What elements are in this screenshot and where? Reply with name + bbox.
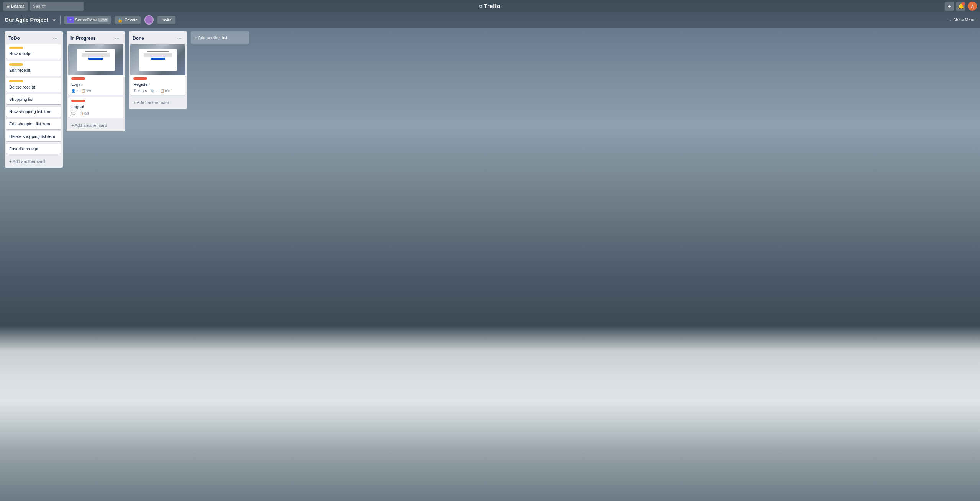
header-divider bbox=[60, 16, 61, 24]
plus-icon: + bbox=[948, 3, 951, 9]
list-inprogress: In Progress ··· Login👤2📋9/9Logout💬📋0/3+ … bbox=[67, 31, 125, 131]
topbar-center: ⧉ Trello bbox=[479, 3, 500, 9]
card-title-c9: Login bbox=[71, 82, 120, 87]
card-meta: 💬 bbox=[71, 112, 76, 115]
grid-icon: ⊞ bbox=[6, 4, 10, 9]
meta-value: 1 bbox=[155, 89, 157, 93]
avatar[interactable]: A bbox=[968, 2, 977, 11]
card-meta: 📎1 bbox=[150, 89, 157, 93]
card-title-c7: Delete shopping list item bbox=[9, 134, 58, 139]
card-c1[interactable]: New receipt bbox=[6, 44, 61, 59]
meta-value: 2 bbox=[76, 89, 78, 93]
card-title-c4: Shopping list bbox=[9, 97, 58, 102]
meta-icon: 💬 bbox=[71, 112, 75, 115]
card-footer-c9: 👤2📋9/9 bbox=[71, 89, 120, 93]
list-cards-done: Register🗓May 5📎1📋0/6 bbox=[129, 44, 187, 97]
card-title-c8: Favorite receipt bbox=[9, 146, 58, 151]
meta-icon: 📋 bbox=[160, 89, 164, 93]
meta-value: 9/9 bbox=[86, 89, 91, 93]
meta-icon: 📋 bbox=[79, 112, 84, 115]
card-label-c3 bbox=[9, 80, 23, 82]
add-button[interactable]: + bbox=[945, 2, 954, 11]
card-title-c5: New shopping list item bbox=[9, 109, 58, 114]
card-image-c11 bbox=[130, 44, 185, 75]
card-footer-c10: 💬📋0/3 bbox=[71, 112, 120, 115]
meta-icon: 👤 bbox=[71, 89, 75, 93]
lock-icon: 🔒 bbox=[118, 18, 123, 23]
invite-button[interactable]: Invite bbox=[157, 16, 175, 24]
card-title-c6: Edit shopping list item bbox=[9, 121, 58, 126]
board-header: Our Agile Project ★ S ScrumDesk Free 🔒 P… bbox=[0, 12, 980, 28]
meta-value: 0/6 bbox=[165, 89, 170, 93]
card-meta: 👤2 bbox=[71, 89, 78, 93]
show-menu-button[interactable]: → Show Menu bbox=[948, 18, 975, 22]
notification-dot bbox=[962, 2, 965, 5]
privacy-label: Private bbox=[125, 18, 138, 22]
add-list-button[interactable]: + Add another list bbox=[191, 31, 249, 44]
list-done: Done ··· Register🗓May 5📎1📋0/6+ Add anoth… bbox=[129, 31, 187, 109]
meta-icon: 📋 bbox=[81, 89, 85, 93]
privacy-badge[interactable]: 🔒 Private bbox=[115, 16, 141, 24]
workspace-badge[interactable]: S ScrumDesk Free bbox=[64, 16, 111, 24]
card-label-c9 bbox=[71, 77, 85, 80]
star-icon[interactable]: ★ bbox=[52, 17, 56, 23]
meta-value: 0/3 bbox=[84, 112, 89, 115]
card-c4[interactable]: Shopping list bbox=[6, 94, 61, 104]
list-header-done: Done ··· bbox=[129, 31, 187, 44]
boards-label: Boards bbox=[11, 4, 25, 8]
workspace-name: ScrumDesk bbox=[75, 18, 97, 22]
add-card-button-done[interactable]: + Add another card bbox=[130, 98, 185, 107]
card-label-c10 bbox=[71, 100, 85, 102]
meta-value: May 5 bbox=[138, 89, 147, 93]
card-label-c1 bbox=[9, 47, 23, 49]
invite-label: Invite bbox=[161, 18, 171, 22]
card-c5[interactable]: New shopping list item bbox=[6, 107, 61, 117]
add-card-button-todo[interactable]: + Add another card bbox=[6, 157, 61, 166]
meta-icon: 📎 bbox=[150, 89, 154, 93]
card-image-c9 bbox=[68, 44, 123, 75]
list-cards-todo: New receiptEdit receiptDelete receiptSho… bbox=[5, 44, 63, 156]
card-meta: 📋9/9 bbox=[81, 89, 91, 93]
card-meta: 📋0/6 bbox=[160, 89, 170, 93]
list-title-inprogress: In Progress bbox=[70, 36, 96, 41]
card-c9[interactable]: Login👤2📋9/9 bbox=[68, 44, 123, 95]
card-label-c11 bbox=[133, 77, 147, 80]
list-title-todo: ToDo bbox=[8, 36, 20, 41]
list-menu-button-done[interactable]: ··· bbox=[175, 34, 183, 42]
card-c6[interactable]: Edit shopping list item bbox=[6, 119, 61, 129]
card-title-c3: Delete receipt bbox=[9, 84, 58, 90]
member-avatar[interactable] bbox=[144, 15, 154, 25]
list-todo: ToDo ··· New receiptEdit receiptDelete r… bbox=[5, 31, 63, 168]
card-c7[interactable]: Delete shopping list item bbox=[6, 131, 61, 141]
list-menu-button-todo[interactable]: ··· bbox=[51, 34, 59, 42]
card-c8[interactable]: Favorite receipt bbox=[6, 144, 61, 154]
card-title-c1: New receipt bbox=[9, 51, 58, 56]
trello-logo-icon: ⧉ bbox=[479, 4, 482, 9]
boards-button[interactable]: ⊞ Boards bbox=[3, 2, 28, 11]
card-c2[interactable]: Edit receipt bbox=[6, 61, 61, 75]
search-input[interactable] bbox=[30, 2, 84, 11]
card-c11[interactable]: Register🗓May 5📎1📋0/6 bbox=[130, 44, 185, 95]
card-title-c10: Logout bbox=[71, 104, 120, 109]
card-meta: 📋0/3 bbox=[79, 112, 89, 115]
card-c3[interactable]: Delete receipt bbox=[6, 78, 61, 92]
card-label-c2 bbox=[9, 63, 23, 66]
list-header-inprogress: In Progress ··· bbox=[67, 31, 125, 44]
trello-logo: Trello bbox=[484, 3, 500, 9]
card-meta: 🗓May 5 bbox=[133, 89, 147, 93]
avatar-initials: A bbox=[971, 4, 973, 8]
list-cards-inprogress: Login👤2📋9/9Logout💬📋0/3 bbox=[67, 44, 125, 120]
add-card-button-inprogress[interactable]: + Add another card bbox=[68, 121, 123, 130]
lists-area: ToDo ··· New receiptEdit receiptDelete r… bbox=[0, 28, 980, 171]
card-footer-c11: 🗓May 5📎1📋0/6 bbox=[133, 89, 182, 93]
meta-icon: 🗓 bbox=[133, 89, 137, 93]
card-title-c11: Register bbox=[133, 82, 182, 87]
list-menu-button-inprogress[interactable]: ··· bbox=[113, 34, 121, 42]
list-title-done: Done bbox=[133, 36, 144, 41]
card-c10[interactable]: Logout💬📋0/3 bbox=[68, 97, 123, 117]
board-title: Our Agile Project bbox=[5, 17, 48, 23]
workspace-icon: S bbox=[67, 17, 74, 23]
show-menu-label: → Show Menu bbox=[948, 18, 975, 22]
topbar-left: ⊞ Boards bbox=[3, 2, 942, 11]
topbar-right: + 🔔 A bbox=[945, 2, 977, 11]
